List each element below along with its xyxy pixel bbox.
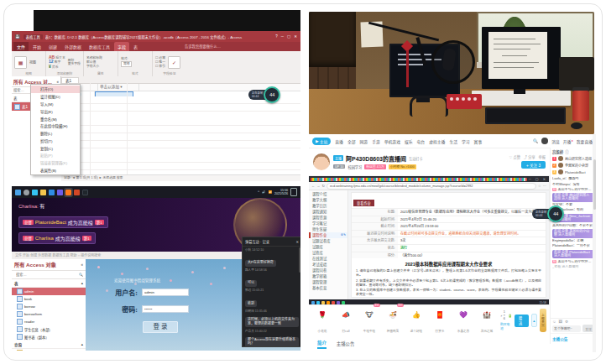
gift-item[interactable]: 半价 🐮 牛哇牛哇 <box>359 305 379 335</box>
dark-chat-list[interactable]: 小航 14:52:10 大P在这里好神奇 路人甲 14:58:56 可以 那边 … <box>243 248 300 347</box>
gift-item[interactable]: 💜 水晶之恋 <box>453 305 473 335</box>
field-size-button[interactable]: 字段大小 <box>86 65 102 69</box>
currency-label[interactable]: 货币 <box>52 65 59 69</box>
avatar[interactable] <box>541 138 548 144</box>
nav-table-item[interactable]: book <box>12 295 86 303</box>
nav-item[interactable]: 直播 <box>335 138 343 144</box>
assignment-page-tab[interactable]: 查看作业 <box>353 200 374 206</box>
context-menu-item[interactable]: 删除(L) <box>31 130 80 138</box>
record-navigator[interactable]: 记录: ◄ 第 1 项(共 1 项) ► 无筛选器 搜索 <box>61 174 300 181</box>
rank-row[interactable]: 1 画山研究所入选组 <box>551 155 596 162</box>
more-icon[interactable]: ⋯ <box>543 184 546 188</box>
fans-badge[interactable]: 粉丝团 4.5万 <box>364 164 386 169</box>
follow-button[interactable]: + 关注 3 <box>521 161 546 169</box>
chrome-icon[interactable] <box>332 301 335 304</box>
dark-chat-scrollbar[interactable] <box>299 247 300 273</box>
nav-table-item[interactable]: borrowItem <box>12 310 86 318</box>
tab-intro[interactable]: 简介 <box>317 340 327 349</box>
context-menu-item[interactable]: 打开(O) <box>31 86 80 93</box>
edge-icon[interactable] <box>32 190 38 195</box>
nav-item[interactable]: 学习 <box>462 138 470 144</box>
ribbon-tab[interactable]: 文件 <box>13 42 29 51</box>
nav-item[interactable]: 虚拟主播 <box>429 138 445 144</box>
nav-table-item[interactable]: borrow <box>12 303 86 310</box>
more-fields-button[interactable]: 更多字段 <box>68 62 81 66</box>
context-menu-item[interactable]: 链接表管理器(K) <box>31 159 80 167</box>
quick-access-toolbar[interactable]: 💾 <box>15 34 21 39</box>
gift-item[interactable]: 🌹 小花花 <box>312 305 332 335</box>
nav-item[interactable]: 娱乐 <box>405 138 413 144</box>
danmaku-message-list[interactable]: Laofa_st：魔改吗 不听Wonpu：没有 粉黑山羊与它的小伙伴：不会 欢迎… <box>551 175 596 318</box>
edge-icon[interactable] <box>316 301 320 304</box>
star-icon[interactable]: ☆ <box>538 184 541 188</box>
minimize-icon[interactable]: ─ <box>529 177 533 181</box>
danmaku-input[interactable] <box>552 325 581 332</box>
active-app-icon[interactable] <box>65 190 71 195</box>
context-menu-item[interactable]: 粘贴(P) <box>31 152 80 159</box>
rank-row[interactable]: 2 李酱家的小卖部 <box>551 162 596 169</box>
course-menu-item[interactable]: 在线测试 <box>309 256 347 262</box>
nav-table-item[interactable]: 图书表（副本） <box>12 333 86 341</box>
report-button[interactable]: 举报 <box>539 154 546 159</box>
course-menu-item[interactable]: 试卷库 <box>309 250 347 256</box>
minimize-icon[interactable]: ─ <box>281 34 284 39</box>
gift-item[interactable]: 📣 打call <box>336 305 356 335</box>
back-icon[interactable]: ← <box>311 184 315 188</box>
edit-icons[interactable]: ⚙✎ <box>341 233 346 237</box>
collapse-pane-icon[interactable]: « <box>81 263 83 267</box>
like-button[interactable]: ♡ 点赞 <box>509 154 520 159</box>
screen-recorder-widget[interactable]: 正在录制00:44 44 <box>248 86 280 103</box>
nav-item[interactable]: 手游 <box>372 138 380 144</box>
app-icon[interactable] <box>337 301 340 304</box>
category-label[interactable]: 校园学习 <box>347 164 362 169</box>
app-icon[interactable] <box>57 190 63 195</box>
browser-tabs-crowded[interactable] <box>311 178 527 181</box>
course-menu-item[interactable]: 试题库 <box>309 244 347 250</box>
gift-item[interactable]: 🧧 打赏卡 <box>430 305 450 335</box>
buy-battery-link[interactable]: 购买电池 <box>500 322 512 330</box>
rank-title[interactable]: 高能榜 <box>552 149 563 154</box>
rank-row[interactable]: 3 PlatonideBact <box>551 169 596 175</box>
browser-icon[interactable] <box>49 190 55 195</box>
streamer-avatar[interactable] <box>313 153 330 170</box>
obs-icon[interactable] <box>82 190 88 195</box>
column-header-add[interactable]: 单击以添加 ▾ <box>98 84 139 91</box>
close-icon[interactable]: ✕ <box>543 177 547 181</box>
currency-icon[interactable]: ¥ <box>49 64 51 69</box>
search-icon[interactable]: 🔍 <box>533 138 538 143</box>
close-icon[interactable]: ✕ <box>295 240 299 244</box>
chevron-up-icon[interactable]: ▴ <box>81 342 83 347</box>
context-menu-item[interactable]: 设计视图(D) <box>31 93 80 101</box>
number-label[interactable]: 数字 <box>55 60 61 64</box>
chevron-up-icon[interactable]: ▴ <box>81 281 83 286</box>
nav-item[interactable]: 单机游戏 <box>384 138 400 144</box>
nav-item[interactable]: 电台 <box>417 138 426 144</box>
url-field[interactable]: ecd.webtraining.fjmu.edu.cn/meol/jpk/cou… <box>327 183 536 190</box>
gear-icon[interactable]: ⚙ <box>565 320 568 324</box>
username-field[interactable] <box>142 289 189 296</box>
nav-table-item[interactable]: 学生信息（本部） <box>12 325 86 333</box>
maximize-icon[interactable]: ▢ <box>535 177 541 181</box>
format-select[interactable]: 常规 <box>121 61 133 67</box>
nav-search-input[interactable] <box>14 272 78 278</box>
go-live-link[interactable]: 我要直播 <box>577 138 593 144</box>
streamer-announcement-header[interactable]: 主播公告 <box>551 333 596 344</box>
gift-item[interactable]: 半价 🍜 杯面鸡蛋 <box>383 305 403 335</box>
screen-recorder-widget[interactable]: 正在录制00:44 44 <box>532 205 564 222</box>
app-icon[interactable] <box>342 301 345 304</box>
smile-icon[interactable]: ☺ <box>552 320 556 324</box>
course-menu-item[interactable]: 课程作业⚙✎ <box>309 232 347 238</box>
guard-purchase-tag[interactable]: 上舰贵宾 <box>540 309 546 332</box>
course-menu-item[interactable]: 教学日历 <box>309 203 347 209</box>
context-menu-item[interactable]: 剪切(T) <box>31 137 80 144</box>
ribbon-tab[interactable]: 外部数据 <box>61 42 85 51</box>
short-text-label[interactable]: 短文本 <box>55 56 65 60</box>
ribbon-tab[interactable]: 创建 <box>45 42 60 51</box>
picture-icon[interactable]: 🖼 <box>559 320 563 324</box>
collapse-gift-bar[interactable]: ▲ <box>531 314 537 327</box>
file-explorer-icon[interactable] <box>40 190 46 195</box>
gift-item[interactable]: 👍 这个好哇 <box>406 305 426 335</box>
taskbar-clock[interactable]: 15:562021/5/26 <box>274 189 288 196</box>
context-menu-item[interactable]: 导出(E) <box>31 107 80 115</box>
context-menu-item[interactable]: 复制(C) <box>31 144 80 152</box>
